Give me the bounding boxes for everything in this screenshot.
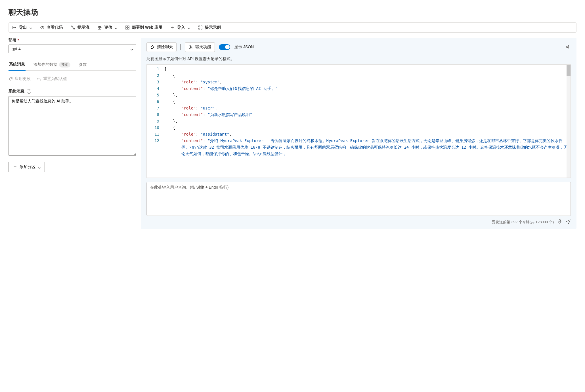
- svg-point-10: [190, 47, 191, 48]
- examples-icon: [198, 25, 203, 30]
- chevron-down-icon: [114, 26, 117, 29]
- deploy-web-label: 部署到 Web 应用: [132, 25, 162, 30]
- svg-rect-8: [199, 28, 200, 29]
- export-button[interactable]: 导出: [12, 25, 32, 30]
- deploy-label: 部署*: [9, 38, 136, 43]
- chat-features-button[interactable]: 聊天功能: [185, 42, 215, 52]
- prompt-flow-label: 提示流: [77, 25, 89, 30]
- broom-icon: [150, 45, 155, 49]
- import-label: 导入: [177, 25, 185, 30]
- reset-default-button[interactable]: 重置为默认值: [37, 76, 67, 81]
- svg-rect-11: [559, 220, 561, 222]
- evaluate-button[interactable]: 评估: [97, 25, 117, 30]
- prompt-flow-button[interactable]: 提示流: [71, 25, 89, 30]
- editor-scrollbar-thumb[interactable]: [567, 65, 571, 76]
- export-label: 导出: [19, 25, 27, 30]
- undo-icon: [37, 77, 41, 81]
- prompt-examples-label: 提示示例: [205, 25, 221, 30]
- tab-parameters[interactable]: 参数: [78, 60, 87, 70]
- evaluate-label: 评估: [104, 25, 112, 30]
- tab-system-message[interactable]: 系统消息: [9, 60, 26, 71]
- prompt-examples-button[interactable]: 提示示例: [198, 25, 221, 30]
- svg-rect-2: [126, 26, 127, 27]
- preview-badge: 预览: [59, 62, 70, 68]
- show-json-toggle[interactable]: [219, 44, 230, 50]
- import-button[interactable]: 导入: [170, 25, 190, 30]
- gear-icon: [188, 45, 193, 49]
- apply-changes-button[interactable]: 应用更改: [9, 76, 31, 81]
- deploy-select[interactable]: gpt-4: [9, 45, 136, 53]
- svg-rect-3: [128, 26, 129, 27]
- view-code-button[interactable]: 查看代码: [40, 25, 63, 30]
- editor-gutter: 123456789101112: [147, 65, 162, 178]
- export-icon: [12, 25, 17, 30]
- svg-rect-7: [201, 26, 202, 27]
- svg-point-0: [71, 26, 72, 27]
- chat-features-label: 聊天功能: [195, 45, 211, 50]
- show-json-label: 显示 JSON: [234, 45, 254, 50]
- config-panel: 部署* gpt-4 系统消息 添加你的数据 预览 参数 应用更改: [9, 38, 136, 229]
- divider: [181, 44, 181, 50]
- apply-changes-label: 应用更改: [15, 76, 31, 81]
- flow-icon: [71, 25, 75, 30]
- tab-add-your-data-label: 添加你的数据: [33, 62, 57, 67]
- view-code-label: 查看代码: [47, 25, 63, 30]
- main-toolbar: 导出 查看代码 提示流 评估 部署到 Web 应用 导入 提示示例: [9, 22, 576, 33]
- tab-add-your-data[interactable]: 添加你的数据 预览: [33, 60, 71, 70]
- chat-panel: 清除聊天 聊天功能 显示 JSON 此视图显示了如何针对 API 设置聊天记录的…: [141, 38, 576, 229]
- system-message-label: 系统消息 i: [9, 89, 136, 94]
- mic-icon[interactable]: [557, 219, 562, 225]
- chevron-down-icon: [187, 26, 190, 29]
- page-title: 聊天操场: [9, 7, 576, 17]
- code-icon: [40, 25, 45, 30]
- chat-panel-toolbar: 清除聊天 聊天功能 显示 JSON: [146, 42, 571, 52]
- reset-default-label: 重置为默认值: [43, 76, 67, 81]
- chevron-down-icon: [38, 166, 41, 168]
- editor-code[interactable]: [{"role": "system","content": "你是帮助人们查找信…: [162, 65, 571, 178]
- chevron-down-icon: [130, 47, 133, 50]
- sub-actions: 应用更改 重置为默认值: [9, 76, 136, 81]
- chat-input[interactable]: [146, 182, 571, 216]
- grid-icon: [125, 25, 130, 30]
- deploy-select-value: gpt-4: [12, 47, 21, 51]
- json-description: 此视图显示了如何针对 API 设置聊天记录的格式。: [146, 56, 571, 62]
- scale-icon: [97, 25, 102, 30]
- token-count-text: 要发送的第 392 个令牌(共 128000 个): [492, 220, 554, 225]
- info-icon[interactable]: i: [27, 89, 31, 94]
- import-icon: [170, 25, 175, 30]
- chat-footer: 要发送的第 392 个令牌(共 128000 个): [146, 217, 571, 225]
- add-section-label: 添加分区: [20, 165, 35, 170]
- sync-icon: [9, 77, 13, 81]
- plus-icon: ＋: [13, 164, 17, 170]
- svg-rect-6: [199, 26, 200, 27]
- svg-rect-4: [126, 28, 127, 29]
- svg-rect-9: [201, 28, 202, 29]
- clear-chat-label: 清除聊天: [157, 45, 173, 50]
- send-icon[interactable]: [566, 219, 571, 225]
- clear-chat-button[interactable]: 清除聊天: [146, 42, 177, 52]
- config-tabs: 系统消息 添加你的数据 预览 参数: [9, 60, 136, 71]
- speaker-icon[interactable]: [566, 44, 571, 50]
- svg-point-1: [74, 28, 75, 29]
- svg-rect-5: [128, 28, 129, 29]
- chevron-down-icon: [29, 26, 32, 29]
- add-section-button[interactable]: ＋ 添加分区: [9, 162, 45, 172]
- system-message-input[interactable]: [9, 96, 136, 156]
- json-editor[interactable]: 123456789101112 [{"role": "system","cont…: [146, 64, 571, 178]
- editor-scrollbar[interactable]: [567, 65, 571, 178]
- deploy-web-button[interactable]: 部署到 Web 应用: [125, 25, 162, 30]
